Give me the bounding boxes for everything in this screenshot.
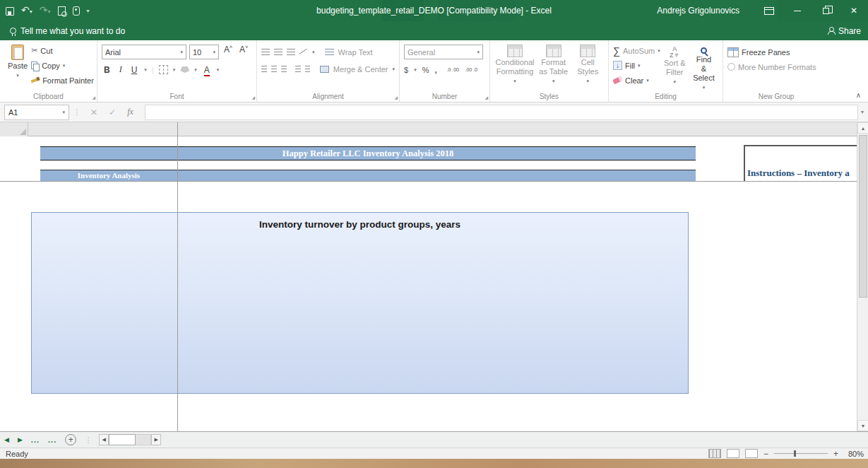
paste-button[interactable]: Paste▾: [4, 43, 31, 88]
decrease-font-icon[interactable]: A˅: [237, 45, 250, 59]
zoom-slider[interactable]: [774, 453, 828, 454]
customize-qat-icon[interactable]: ▾: [87, 8, 90, 14]
hscroll-right-icon[interactable]: ▶: [151, 434, 161, 445]
comma-format-icon[interactable]: ,: [434, 66, 436, 74]
font-size-select[interactable]: 10▾: [189, 45, 219, 59]
font-dialog-launcher[interactable]: ◢: [251, 95, 255, 100]
formula-input[interactable]: [145, 105, 858, 120]
decrease-indent-icon[interactable]: [295, 66, 301, 72]
alignment-dialog-launcher[interactable]: ◢: [394, 95, 398, 100]
restore-button[interactable]: [811, 0, 840, 21]
table-header-label[interactable]: Inventory Analysis: [40, 170, 177, 181]
sort-filter-button[interactable]: AZ▼ Sort & Filter▾: [660, 43, 689, 93]
more-number-formats-button[interactable]: More Number Formats: [727, 59, 825, 74]
instructions-box[interactable]: Instructions – Inventory a: [744, 145, 857, 182]
align-bottom-icon[interactable]: [287, 49, 295, 55]
find-select-button[interactable]: Find & Select▾: [689, 43, 718, 93]
align-center-icon[interactable]: [271, 66, 277, 72]
inventory-turnover-chart[interactable]: Inventory turnover by product groups, ye…: [31, 212, 689, 394]
orientation-icon[interactable]: [299, 49, 308, 56]
decrease-decimal-icon[interactable]: .00 .0: [465, 67, 477, 72]
font-color-icon[interactable]: A: [202, 65, 212, 75]
wrap-text-button[interactable]: Wrap Text: [338, 48, 373, 57]
hscroll-left-icon[interactable]: ◀: [99, 434, 109, 445]
insert-function-icon[interactable]: fx: [127, 107, 133, 117]
name-box[interactable]: A1▾: [4, 105, 69, 120]
format-as-table-button[interactable]: Format as Table▾: [535, 43, 571, 87]
fill-button[interactable]: ↓Fill▾: [613, 58, 660, 73]
clear-button[interactable]: Clear▾: [613, 73, 660, 88]
sheet-nav-right-icon[interactable]: ▶: [13, 432, 27, 447]
desktop-taskbar-sliver: [0, 459, 868, 468]
increase-font-icon[interactable]: A˄: [222, 45, 234, 59]
conditional-formatting-button[interactable]: Conditional Formatting▾: [494, 43, 535, 87]
number-dialog-launcher[interactable]: ◢: [484, 95, 488, 100]
ribbon-display-options-button[interactable]: [755, 0, 783, 21]
increase-indent-icon[interactable]: [305, 66, 311, 72]
merge-center-icon[interactable]: [320, 66, 328, 73]
worksheet-title-banner[interactable]: Happy Retailer LLC Inventory Analysis 20…: [40, 146, 696, 160]
touch-mode-icon[interactable]: [73, 6, 80, 16]
close-button[interactable]: ✕: [840, 0, 868, 21]
align-right-icon[interactable]: [281, 66, 287, 72]
wrap-text-icon[interactable]: [325, 49, 334, 56]
italic-button[interactable]: I: [117, 64, 124, 75]
horizontal-scrollbar[interactable]: ◀ ▶: [99, 432, 161, 447]
zoom-level[interactable]: 80%: [844, 450, 864, 458]
sheet-nav-left-icon[interactable]: ◀: [0, 432, 13, 447]
cancel-icon[interactable]: ✕: [90, 107, 97, 117]
scroll-up-icon[interactable]: ▲: [857, 122, 868, 134]
format-painter-button[interactable]: Format Painter: [31, 73, 94, 88]
increase-decimal-icon[interactable]: .0 .00: [446, 67, 459, 72]
zoom-out-icon[interactable]: −: [763, 449, 768, 459]
cell-styles-button[interactable]: Cell Styles▾: [571, 43, 604, 87]
format-as-table-icon: [546, 45, 561, 57]
sheet-ellipsis-left[interactable]: ...: [27, 432, 44, 447]
autosum-button[interactable]: ∑AutoSum▾: [613, 43, 660, 58]
cut-button[interactable]: ✂Cut: [31, 43, 94, 58]
zoom-in-icon[interactable]: +: [833, 449, 838, 459]
account-user-name[interactable]: Andrejs Grigolunovics: [657, 6, 739, 16]
underline-button[interactable]: U: [129, 65, 140, 75]
print-preview-icon[interactable]: [58, 6, 66, 16]
vertical-scroll-thumb[interactable]: [859, 135, 867, 298]
align-left-icon[interactable]: [261, 66, 267, 72]
currency-format-icon[interactable]: $: [404, 66, 408, 74]
scroll-down-icon[interactable]: ▼: [857, 420, 868, 431]
bold-button[interactable]: B: [102, 65, 112, 75]
percent-format-icon[interactable]: %: [422, 66, 429, 74]
paste-icon: [11, 45, 24, 60]
styles-group: Conditional Formatting▾ Format as Table▾…: [490, 40, 609, 102]
number-format-select[interactable]: General▾: [404, 45, 483, 59]
redo-icon[interactable]: ↷▾: [40, 3, 51, 19]
fill-color-icon[interactable]: [180, 66, 189, 73]
select-all-corner[interactable]: [0, 122, 28, 136]
merge-center-button[interactable]: Merge & Center: [333, 65, 388, 74]
hscroll-thumb[interactable]: [109, 434, 136, 445]
copy-button[interactable]: Copy▾: [31, 58, 94, 73]
share-button[interactable]: Share: [828, 21, 861, 40]
font-name-select[interactable]: Arial▾: [102, 45, 186, 59]
page-break-view-icon[interactable]: [745, 449, 758, 458]
tell-me-box[interactable]: Tell me what you want to do: [0, 21, 135, 40]
vertical-scrollbar[interactable]: ▲ ▼: [857, 122, 868, 431]
align-top-icon[interactable]: [261, 49, 270, 55]
undo-icon[interactable]: ↶▾: [21, 3, 32, 19]
table-header-row[interactable]: Inventory Analysis: [40, 170, 696, 181]
ribbon: Paste▾ ✂Cut Copy▾ Format Painter Clipboa…: [0, 40, 868, 103]
save-icon[interactable]: [6, 7, 14, 16]
clipboard-dialog-launcher[interactable]: ◢: [92, 95, 95, 100]
borders-icon[interactable]: [159, 65, 168, 74]
new-sheet-button[interactable]: +: [65, 434, 76, 445]
expand-formula-bar-icon[interactable]: ▾: [861, 109, 864, 115]
enter-icon[interactable]: ✓: [109, 107, 116, 117]
sheet-ellipsis-right[interactable]: ...: [44, 432, 61, 447]
normal-view-icon[interactable]: [708, 449, 721, 458]
page-layout-view-icon[interactable]: [727, 449, 739, 458]
collapse-ribbon-icon[interactable]: ∧: [856, 91, 861, 99]
minimize-button[interactable]: [783, 0, 811, 21]
freeze-panes-button[interactable]: Freeze Panes: [727, 45, 825, 59]
align-middle-icon[interactable]: [274, 49, 283, 55]
zoom-slider-thumb[interactable]: [794, 450, 796, 457]
number-group: General▾ $▾ % , .0 .00 .00 .0 Number ◢: [400, 40, 490, 102]
